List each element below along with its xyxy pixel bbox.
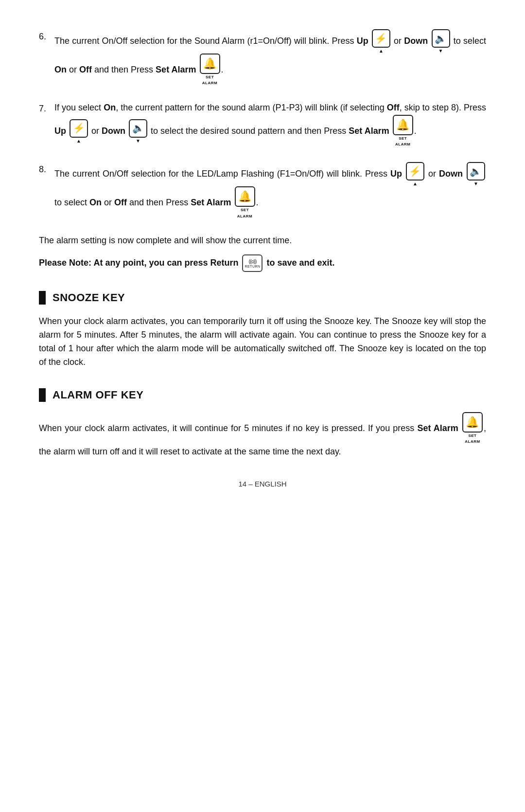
bell-icon-8: 🔔 SETALARM — [235, 186, 255, 219]
set-alarm-label-7: Set Alarm — [349, 126, 389, 135]
page-footer: 14 – ENGLISH — [39, 478, 486, 489]
down-arrow-8: ▼ — [473, 181, 478, 186]
instruction-list: 6. The current On/Off selection for the … — [39, 29, 486, 223]
down-label-6: Down — [404, 36, 428, 46]
up-label-6: Up — [357, 36, 368, 46]
item-number-6: 6. — [39, 29, 51, 44]
item-7-text: If you select On, the current pattern fo… — [54, 101, 486, 148]
off-label-8: Off — [114, 198, 127, 207]
item-content-6: The current On/Off selection for the Sou… — [54, 29, 486, 90]
set-alarm-label-8: Set Alarm — [191, 198, 231, 207]
down-label-8: Down — [439, 169, 463, 179]
page-content: 6. The current On/Off selection for the … — [39, 29, 486, 489]
alarm-off-set-alarm: Set Alarm — [417, 423, 458, 433]
list-item-8: 8. The current On/Off selection for the … — [39, 162, 486, 223]
bell-box-alarm-off: 🔔 — [462, 412, 483, 433]
down-arrow-6: ▼ — [438, 49, 443, 54]
footer-text: 14 – ENGLISH — [238, 480, 286, 488]
up-icon-7: ⚡ ▲ — [70, 119, 88, 144]
snooze-body: When your clock alarm activates, you can… — [39, 315, 486, 369]
alarm-off-heading-text: ALARM OFF KEY — [52, 387, 143, 403]
item-content-7: If you select On, the current pattern fo… — [54, 101, 486, 152]
item-content-8: The current On/Off selection for the LED… — [54, 162, 486, 223]
down-icon-8: 🔈 ▼ — [467, 162, 485, 186]
note-prefix: Please Note: — [39, 258, 93, 268]
item-6-text: The current On/Off selection for the Sou… — [54, 29, 486, 87]
on-label-8: On — [89, 198, 102, 207]
up-arrow-6: ▲ — [379, 49, 384, 54]
set-alarm-label-6: Set Alarm — [156, 65, 196, 74]
return-icon: ((o))RETURN — [242, 254, 262, 272]
snooze-key-heading: SNOOZE KEY — [39, 289, 486, 306]
down-icon-6: 🔈 ▼ — [432, 29, 450, 54]
up-icon-box-8: ⚡ — [406, 162, 424, 180]
up-label-7: Up — [54, 126, 66, 135]
alarm-off-body: When your clock alarm activates, it will… — [39, 412, 486, 459]
snooze-heading-bar — [39, 291, 46, 305]
bell-label-6: SETALARM — [202, 74, 217, 87]
item-8-text: The current On/Off selection for the LED… — [54, 162, 486, 219]
note-text: At any point, you can press Return — [93, 258, 238, 268]
up-icon-box-7: ⚡ — [70, 119, 88, 138]
list-item-7: 7. If you select On, the current pattern… — [39, 101, 486, 152]
bell-icon-alarm-off: 🔔 SETALARM — [462, 412, 483, 445]
bell-icon-6: 🔔 SETALARM — [200, 54, 220, 87]
note-suffix: to save and exit. — [266, 258, 334, 268]
summary-paragraph: The alarm setting is now complete and wi… — [39, 234, 486, 248]
on-label-7a: On — [104, 103, 116, 112]
down-icon-box-8: 🔈 — [467, 162, 485, 180]
up-label-8: Up — [390, 169, 402, 179]
down-arrow-7: ▼ — [136, 139, 140, 144]
snooze-heading-text: SNOOZE KEY — [52, 289, 125, 306]
down-label-7: Down — [102, 126, 125, 135]
off-label-7a: Off — [387, 103, 400, 112]
note-paragraph: Please Note: At any point, you can press… — [39, 254, 486, 272]
bell-label-alarm-off: SETALARM — [465, 433, 480, 445]
bell-box-6: 🔔 — [200, 54, 220, 74]
bell-label-7: SETALARM — [395, 136, 410, 148]
down-icon-7: 🔈 ▼ — [129, 119, 147, 144]
item-number-7: 7. — [39, 101, 51, 116]
list-item-6: 6. The current On/Off selection for the … — [39, 29, 486, 90]
bell-icon-7: 🔔 SETALARM — [393, 115, 413, 148]
alarm-off-heading: ALARM OFF KEY — [39, 387, 486, 403]
off-label-6: Off — [79, 65, 92, 74]
return-icon-box: ((o))RETURN — [242, 254, 262, 272]
alarm-off-heading-bar — [39, 388, 46, 402]
on-label-6: On — [54, 65, 67, 74]
down-icon-box-7: 🔈 — [129, 119, 147, 138]
bell-box-8: 🔔 — [235, 186, 255, 207]
bell-label-8: SETALARM — [237, 207, 252, 219]
up-icon-6: ⚡ ▲ — [372, 29, 390, 54]
up-icon-8: ⚡ ▲ — [406, 162, 424, 186]
up-arrow-7: ▲ — [76, 139, 81, 144]
down-icon-box-6: 🔈 — [432, 29, 450, 48]
up-icon-box-6: ⚡ — [372, 29, 390, 48]
up-arrow-8: ▲ — [413, 181, 418, 186]
alarm-off-body-1: When your clock alarm activates, it will… — [39, 423, 417, 433]
item-number-8: 8. — [39, 162, 51, 177]
bell-box-7: 🔔 — [393, 115, 413, 135]
